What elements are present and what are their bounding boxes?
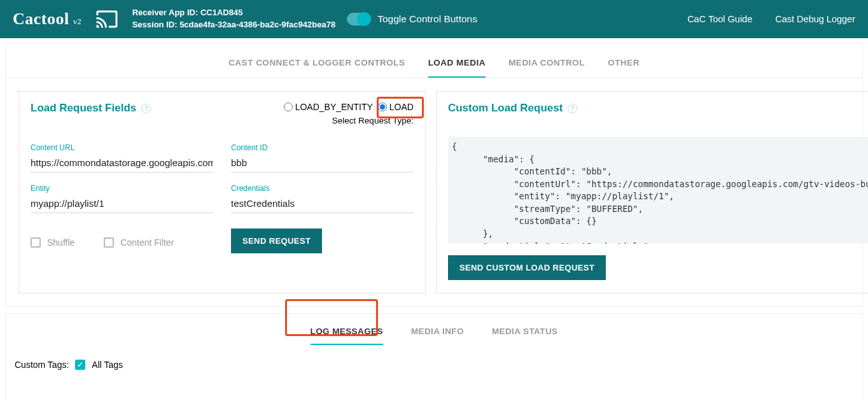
field-content-url: Content URL: [31, 143, 213, 172]
link-cac-tool-guide[interactable]: CaC Tool Guide: [687, 14, 752, 24]
custom-tags-row: Custom Tags: ✓ All Tags: [6, 346, 862, 370]
field-credentials: Credentials: [231, 184, 414, 213]
tab-other[interactable]: OTHER: [608, 55, 640, 78]
tab-media-control[interactable]: MEDIA CONTROL: [508, 55, 585, 78]
panel-load-request-fields: Load Request Fields ? LOAD_BY_ENTITY LOA…: [18, 91, 426, 293]
radio-caption: Select Request Type:: [284, 116, 414, 125]
toggle-label: Toggle Control Buttons: [377, 13, 477, 25]
checkbox-all-tags[interactable]: ✓: [75, 360, 85, 370]
app-header: Cactool v2 Receiver App ID: CC1AD845 Ses…: [0, 0, 868, 38]
custom-load-json-editor[interactable]: { "media": { "contentId": "bbb", "conten…: [448, 137, 868, 244]
help-icon[interactable]: ?: [568, 104, 577, 113]
panel-title-load-request: Load Request Fields ?: [31, 102, 151, 115]
content-id-input[interactable]: [231, 155, 414, 172]
receiver-value: CC1AD845: [200, 8, 242, 17]
options-row: Shuffle Content Filter: [31, 231, 213, 253]
session-label: Session ID:: [132, 20, 178, 29]
tab-log-messages[interactable]: LOG MESSAGES: [311, 324, 383, 345]
top-tabs: CAST CONNECT & LOGGER CONTROLS LOAD MEDI…: [6, 44, 862, 78]
checkbox-icon[interactable]: [31, 237, 41, 248]
main-card: CAST CONNECT & LOGGER CONTROLS LOAD MEDI…: [5, 43, 863, 307]
panel-custom-load-request: Custom Load Request ? LOAD_BY_ENTITY LOA…: [436, 91, 868, 293]
custom-tags-label: Custom Tags:: [15, 360, 69, 370]
tab-media-status[interactable]: MEDIA STATUS: [492, 324, 558, 345]
logo-version: v2: [73, 17, 81, 27]
tab-cast-connect[interactable]: CAST CONNECT & LOGGER CONTROLS: [228, 55, 405, 78]
credentials-input[interactable]: [231, 195, 414, 213]
field-content-id: Content ID: [231, 143, 414, 172]
lower-card: LOG MESSAGES MEDIA INFO MEDIA STATUS Cus…: [5, 313, 863, 401]
send-custom-load-request-button[interactable]: SEND CUSTOM LOAD REQUEST: [448, 255, 606, 280]
entity-input[interactable]: [31, 195, 213, 213]
receiver-label: Receiver App ID:: [132, 8, 199, 17]
send-request-button[interactable]: SEND REQUEST: [231, 229, 322, 253]
header-links: CaC Tool Guide Cast Debug Logger: [687, 14, 855, 24]
radio-load-by-entity[interactable]: LOAD_BY_ENTITY: [284, 102, 373, 112]
panel-title-custom-load: Custom Load Request ?: [448, 102, 577, 115]
logo: Cactool v2: [13, 10, 81, 29]
session-info: Receiver App ID: CC1AD845 Session ID: 5c…: [132, 7, 335, 31]
checkbox-icon[interactable]: [104, 237, 114, 248]
field-entity: Entity: [31, 184, 213, 213]
panels-row: Load Request Fields ? LOAD_BY_ENTITY LOA…: [6, 78, 862, 306]
content-url-input[interactable]: [31, 155, 213, 172]
toggle-control-buttons[interactable]: Toggle Control Buttons: [347, 13, 477, 25]
checkbox-shuffle[interactable]: Shuffle: [31, 237, 74, 248]
help-icon[interactable]: ?: [141, 104, 151, 113]
radio-load[interactable]: LOAD: [378, 102, 414, 112]
cast-icon[interactable]: [93, 8, 121, 31]
checkbox-content-filter[interactable]: Content Filter: [104, 237, 174, 248]
all-tags-label: All Tags: [92, 360, 123, 370]
tab-load-media[interactable]: LOAD MEDIA: [428, 55, 486, 78]
logo-text: Cactool: [13, 10, 69, 29]
lower-tabs: LOG MESSAGES MEDIA INFO MEDIA STATUS: [6, 314, 862, 346]
session-value: 5cdae4fa-32aa-4386-ba2c-9fac942bea78: [179, 20, 335, 29]
toggle-switch-icon[interactable]: [347, 13, 371, 25]
request-type-radio-group: LOAD_BY_ENTITY LOAD Select Request Type:: [284, 102, 414, 125]
link-cast-debug-logger[interactable]: Cast Debug Logger: [775, 14, 855, 24]
tab-media-info[interactable]: MEDIA INFO: [411, 324, 464, 345]
